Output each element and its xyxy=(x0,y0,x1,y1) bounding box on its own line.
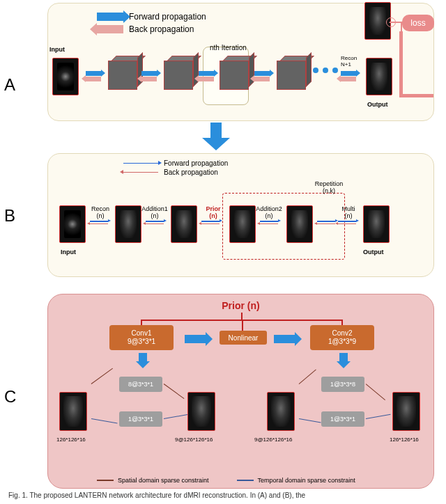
arrow-conv1-down xyxy=(136,353,150,368)
arrow-nl-to-conv2 xyxy=(274,332,302,346)
nth-iteration-cube xyxy=(220,56,253,90)
conv2-dims: 1@3*3*9 xyxy=(328,338,356,346)
arrow-conv2-down xyxy=(337,353,351,368)
legend-spatial: Spatial domain sparse constraint xyxy=(97,477,209,484)
filter-left-spatial-label: 8@3*3*1 xyxy=(128,381,153,388)
prior-stem xyxy=(241,313,243,320)
figure-root: Forward propagation Back propagation Lab… xyxy=(0,0,446,504)
nth-iteration-label: nth Iteration xyxy=(210,44,247,52)
input-kspace-image xyxy=(52,58,79,95)
conn-in-to-spatial-r xyxy=(299,370,316,384)
conv2-box: Conv2 1@3*3*9 xyxy=(310,325,374,350)
panel-b: Forward propagation Back propagation Rep… xyxy=(47,153,434,277)
conn-temporal-r-out xyxy=(366,414,391,419)
loss-box: loss xyxy=(402,15,434,31)
b-conn-6 xyxy=(338,221,356,224)
c-mid-right-img xyxy=(267,392,295,431)
c-midr-dim: 9@126*126*16 xyxy=(254,436,292,443)
b-step-prior: Prior (n) xyxy=(196,205,231,219)
panel-b-letter: B xyxy=(4,206,15,226)
repetition-label: Repetition (n,k) xyxy=(312,180,346,194)
c-mid-left-img xyxy=(187,392,215,431)
c-midl-dim: 9@126*126*16 xyxy=(175,436,213,443)
a-to-b-arrow xyxy=(202,123,230,150)
bi-arrow-3 xyxy=(199,71,214,81)
c-output-img xyxy=(392,392,420,431)
legend-back-row: Back propagation xyxy=(97,24,206,34)
label-caption: Label xyxy=(366,0,383,1)
legend-b-back-label: Back propagation xyxy=(164,168,218,176)
nonlinear-box: Nonlinear xyxy=(220,331,267,345)
conv2-name: Conv2 xyxy=(332,329,353,338)
figure-caption: Fig. 1. The proposed LANTERN network arc… xyxy=(8,491,305,499)
panel-a-flow: nth Iteration Input Recon N+1 Output xyxy=(52,47,432,116)
output-label: Output xyxy=(367,101,388,108)
conv1-box: Conv1 9@3*3*1 xyxy=(109,325,174,350)
prior-right-drop xyxy=(341,320,343,325)
c-output-dim: 126*126*16 xyxy=(390,436,419,443)
b-conn-4 xyxy=(260,221,278,224)
legend-a: Forward propagation Back propagation xyxy=(97,12,206,37)
b-step-add1: Addition1 (n) xyxy=(137,205,172,219)
legend-forward-row: Forward propagation xyxy=(97,12,206,22)
b-input-label: Input xyxy=(61,249,76,255)
conn-in-to-temporal-r xyxy=(299,418,321,423)
forward-arrow-glyph xyxy=(97,13,123,21)
legend-spatial-label: Spatial domain sparse constraint xyxy=(118,477,209,484)
filter-right-spatial-label: 1@3*3*8 xyxy=(330,381,355,388)
filter-right-spatial: 1@3*3*8 xyxy=(321,377,364,392)
b-step-add2: Addition2 (n) xyxy=(252,205,286,219)
legend-b-forward-label: Forward propagation xyxy=(164,159,228,167)
bi-arrow-2 xyxy=(141,71,157,81)
bi-arrow-5 xyxy=(341,71,356,81)
panel-b-flow: Repetition (n,k) Input Recon (n) Additio… xyxy=(51,196,431,272)
legend-b-forward: Forward propagation xyxy=(123,159,228,167)
b-input-image xyxy=(59,205,86,243)
conv1-name: Conv1 xyxy=(132,329,152,338)
filter-left-temporal-label: 1@3*3*1 xyxy=(128,416,153,423)
b-conn-5 xyxy=(317,221,335,224)
iteration-cube-4 xyxy=(277,56,310,90)
b-step-multi: Multi (n) xyxy=(331,205,366,219)
prior-mid-drop xyxy=(242,320,243,331)
bi-arrow-4 xyxy=(254,71,270,81)
back-arrow-glyph xyxy=(97,25,123,33)
prior-title: Prior (n) xyxy=(48,300,433,311)
prior-left-drop xyxy=(141,320,142,325)
recon-n1-label: Recon N+1 xyxy=(341,55,357,68)
b-img-2 xyxy=(171,205,197,243)
bi-arrow-1 xyxy=(86,71,101,81)
legend-b-back: Back propagation xyxy=(123,168,228,176)
legend-back-label: Back propagation xyxy=(129,24,194,34)
panel-c-letter: C xyxy=(4,387,16,407)
c-input-dim: 126*126*16 xyxy=(56,436,86,443)
loss-minus-icon: − xyxy=(386,17,396,27)
conn-spatial-l-out xyxy=(164,384,185,399)
b-step-recon: Recon (n) xyxy=(83,205,118,219)
conv1-dims: 9@3*3*1 xyxy=(128,338,155,346)
iteration-cube-1 xyxy=(108,56,141,90)
filter-right-temporal: 1@3*3*1 xyxy=(321,411,364,427)
b-output-image xyxy=(363,205,390,243)
b-conn-3 xyxy=(201,221,220,224)
b-output-label: Output xyxy=(363,249,384,255)
legend-temporal: Temporal domain sparse constraint xyxy=(237,477,355,484)
filter-left-spatial: 8@3*3*1 xyxy=(119,377,162,392)
panel-a: Forward propagation Back propagation Lab… xyxy=(47,3,434,121)
filter-left-temporal: 1@3*3*1 xyxy=(119,411,162,427)
conn-in-to-spatial-l xyxy=(91,368,113,384)
legend-temporal-label: Temporal domain sparse constraint xyxy=(258,477,355,484)
arrow-conv1-to-nl xyxy=(185,332,213,346)
b-img-4 xyxy=(286,205,313,243)
b-conn-1 xyxy=(90,221,108,224)
ellipsis-dots xyxy=(313,68,338,73)
loss-label: loss xyxy=(410,18,425,28)
nonlinear-label: Nonlinear xyxy=(229,334,259,342)
conn-spatial-r-out xyxy=(366,384,385,400)
panel-c-legend: Spatial domain sparse constraint Tempora… xyxy=(97,477,355,484)
legend-b: Forward propagation Back propagation xyxy=(123,159,228,178)
b-conn-2 xyxy=(146,221,164,224)
c-input-img xyxy=(59,392,87,431)
iteration-cube-2 xyxy=(164,56,197,90)
input-label: Input xyxy=(49,46,65,53)
